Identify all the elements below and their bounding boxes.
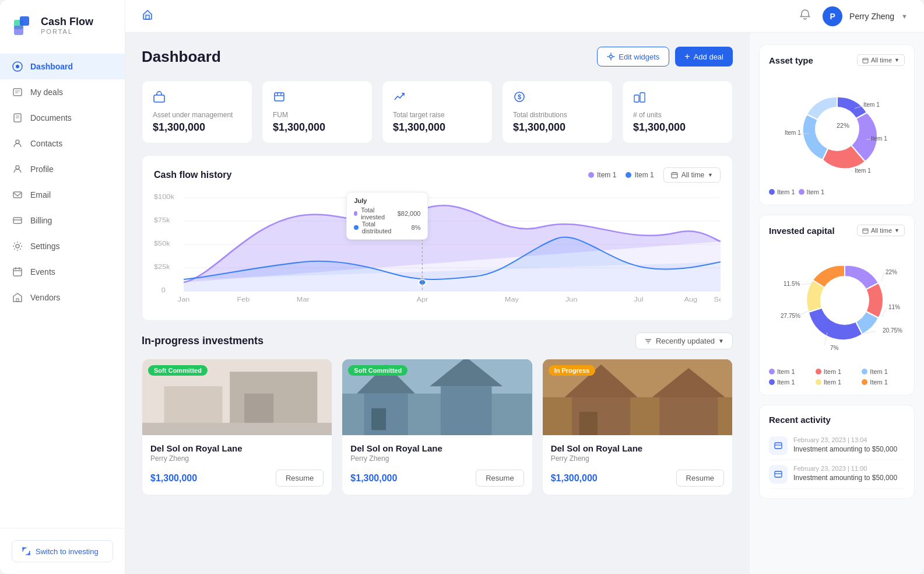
chart-filter-button[interactable]: All time ▼ <box>663 167 721 183</box>
home-icon[interactable] <box>142 9 153 23</box>
stats-row: Asset under management $1,300,000 FUM $1… <box>142 80 733 144</box>
sidebar-bottom: Switch to investing <box>0 528 125 574</box>
svg-rect-90 <box>863 229 868 233</box>
calendar-icon-2 <box>862 228 869 234</box>
plus-icon: + <box>684 51 690 62</box>
main-nav: Dashboard My deals Documents Contacts Pr… <box>0 49 125 528</box>
resume-button-1[interactable]: Resume <box>476 470 524 487</box>
investment-body-2: Del Sol on Royal Lane Perry Zheng $1,300… <box>543 435 732 495</box>
activity-item-0: February 23, 2023 | 13:04 Investment amo… <box>769 432 905 460</box>
ic-label-5: Item 1 <box>870 379 888 386</box>
asset-type-filter-label: All time <box>871 57 892 64</box>
investment-footer-1: $1,300,000 Resume <box>350 470 524 487</box>
ic-color-0 <box>769 369 775 374</box>
stat-value-3: $1,300,000 <box>513 121 602 134</box>
activity-text-1: Investment amounting to $50,000 <box>793 473 897 483</box>
sidebar-item-contacts[interactable]: Contacts <box>0 131 125 156</box>
recent-activity-card: Recent activity February 23, 2023 | 13:0… <box>759 405 915 499</box>
page-actions: Edit widgets + Add deal <box>597 47 733 66</box>
svg-text:Jun: Jun <box>565 296 578 302</box>
chart-filter-chevron: ▼ <box>708 172 713 178</box>
asset-type-title: Asset type <box>769 55 813 65</box>
sidebar-item-profile[interactable]: Profile <box>0 156 125 182</box>
top-header: P Perry Zheng ▼ <box>125 0 924 33</box>
asset-type-filter[interactable]: All time ▼ <box>857 54 905 66</box>
resume-button-0[interactable]: Resume <box>276 470 324 487</box>
investment-amount-0: $1,300,000 <box>150 473 197 484</box>
activity-content-1: February 23, 2023 | 11:00 Investment amo… <box>793 465 897 484</box>
switch-label: Switch to investing <box>36 547 99 556</box>
notification-bell-icon[interactable] <box>799 9 811 23</box>
user-menu-chevron-icon[interactable]: ▼ <box>901 13 908 20</box>
user-avatar: P <box>823 6 842 26</box>
svg-text:$: $ <box>518 93 521 100</box>
switch-to-investing-button[interactable]: Switch to investing <box>12 540 113 562</box>
legend-dot-1 <box>626 172 631 178</box>
ic-legend-2: Item 1 <box>862 368 905 375</box>
investment-card-0: Soft Committed Del Sol on Royal Lane Per… <box>142 359 332 495</box>
ic-label-0: Item 1 <box>777 368 795 375</box>
investment-name-1: Del Sol on Royal Lane <box>350 443 524 453</box>
stat-icon-target <box>393 90 482 106</box>
ic-color-3 <box>769 379 775 385</box>
activity-icon-1 <box>769 465 788 484</box>
deals-icon <box>12 86 23 98</box>
vendors-icon <box>12 292 23 303</box>
resume-button-2[interactable]: Resume <box>676 470 724 487</box>
svg-point-5 <box>16 65 19 68</box>
stat-value-1: $1,300,000 <box>273 121 361 134</box>
sidebar-item-my-deals[interactable]: My deals <box>0 79 125 105</box>
investment-owner-0: Perry Zheng <box>150 454 324 463</box>
profile-icon <box>12 163 23 175</box>
stat-label-2: Total target raise <box>393 111 482 119</box>
sidebar-item-events[interactable]: Events <box>0 259 125 285</box>
investment-card-1: Soft Committed Del Sol on Royal Lane Per… <box>342 359 532 495</box>
legend-entry-1: Item 1 <box>799 188 825 195</box>
svg-point-24 <box>610 55 613 58</box>
svg-text:0: 0 <box>161 287 166 293</box>
ic-legend-0: Item 1 <box>769 368 812 375</box>
sort-button[interactable]: Recently updated ▼ <box>635 332 733 349</box>
content-area: Dashboard Edit widgets + Add deal <box>125 33 924 574</box>
chart-title: Cash flow history <box>154 170 231 180</box>
svg-rect-3 <box>14 26 23 35</box>
sidebar-item-email[interactable]: Email <box>0 182 125 208</box>
sidebar-item-documents[interactable]: Documents <box>0 105 125 131</box>
sidebar-item-label: Vendors <box>30 293 60 302</box>
sidebar-item-billing[interactable]: Billing <box>0 208 125 233</box>
email-icon <box>12 189 23 201</box>
investment-badge-1: Soft Committed <box>348 365 407 376</box>
sidebar-item-settings[interactable]: Settings <box>0 233 125 259</box>
stat-value-0: $1,300,000 <box>153 121 241 134</box>
ic-color-2 <box>862 369 867 374</box>
ic-color-1 <box>816 369 821 374</box>
svg-text:22%: 22% <box>836 122 849 129</box>
asset-type-svg: Item 1 Item 1 Item 1 Item 1 22% <box>779 76 895 181</box>
add-deal-label: Add deal <box>694 52 723 61</box>
investment-footer-0: $1,300,000 Resume <box>150 470 324 487</box>
sort-chevron-icon: ▼ <box>718 338 724 344</box>
invested-capital-filter[interactable]: All time ▼ <box>857 225 905 236</box>
svg-text:Item 1: Item 1 <box>871 135 887 142</box>
asset-type-legend: Item 1 Item 1 <box>769 188 905 195</box>
page-header: Dashboard Edit widgets + Add deal <box>142 47 733 66</box>
ic-legend-1: Item 1 <box>816 368 859 375</box>
legend-label-0: Item 1 <box>777 188 795 195</box>
add-deal-button[interactable]: + Add deal <box>675 47 733 66</box>
svg-text:11%: 11% <box>888 304 900 310</box>
investment-footer-2: $1,300,000 Resume <box>551 470 724 487</box>
investments-grid: Soft Committed Del Sol on Royal Lane Per… <box>142 359 733 495</box>
svg-rect-77 <box>659 397 718 435</box>
edit-widgets-button[interactable]: Edit widgets <box>597 47 669 66</box>
legend-label-1: Item 1 <box>807 188 825 195</box>
investment-badge-2: In Progress <box>549 365 596 376</box>
sidebar-item-label: Profile <box>30 164 54 174</box>
gear-icon <box>607 52 615 61</box>
investments-section: In-progress investments Recently updated… <box>142 332 733 495</box>
sidebar-item-vendors[interactable]: Vendors <box>0 285 125 310</box>
svg-text:Feb: Feb <box>237 296 250 302</box>
stat-icon-aum <box>153 90 241 106</box>
svg-rect-105 <box>775 443 782 449</box>
sidebar-item-dashboard[interactable]: Dashboard <box>0 54 125 79</box>
calendar-icon <box>671 172 678 178</box>
